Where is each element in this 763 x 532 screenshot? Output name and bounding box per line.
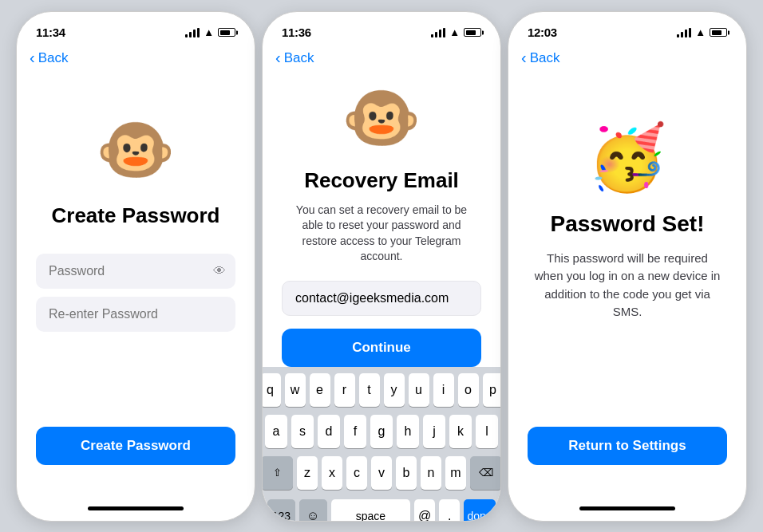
key-n[interactable]: n (421, 456, 441, 490)
wifi-icon-2: ▲ (449, 26, 460, 38)
create-password-content: 🐵 Create Password 👁 Create Password (17, 73, 255, 497)
phone-recovery-email: 11:36 ▲ ‹ Back 🐵 Recov (262, 11, 501, 522)
key-k[interactable]: k (449, 415, 472, 448)
back-label-2: Back (284, 50, 314, 66)
key-p[interactable]: p (483, 373, 502, 407)
recovery-email-content: 🐵 Recovery Email You can set a recovery … (263, 73, 500, 367)
key-e[interactable]: e (310, 373, 330, 407)
key-done[interactable]: done (464, 499, 496, 522)
password-set-desc: This password will be required when you … (528, 250, 727, 321)
eye-icon[interactable]: 👁 (213, 264, 226, 278)
signal-icon-3 (677, 28, 691, 37)
status-icons-1: ▲ (185, 26, 235, 38)
key-space[interactable]: space (331, 499, 411, 522)
battery-icon-3 (710, 28, 727, 37)
password-input[interactable] (36, 254, 235, 289)
key-m[interactable]: m (445, 456, 466, 490)
nav-bar-3: ‹ Back (508, 47, 746, 73)
wifi-icon-1: ▲ (204, 26, 214, 38)
key-y[interactable]: y (384, 373, 405, 407)
key-i[interactable]: i (433, 373, 454, 407)
home-bar-3 (579, 506, 675, 510)
key-x[interactable]: x (322, 456, 342, 490)
time-1: 11:34 (36, 26, 65, 39)
key-q[interactable]: q (262, 373, 281, 407)
back-label-1: Back (38, 50, 69, 66)
home-indicator-3 (508, 497, 746, 521)
create-password-title: Create Password (52, 203, 220, 228)
wifi-icon-3: ▲ (695, 26, 706, 38)
reenter-password-input[interactable] (36, 297, 235, 332)
time-3: 12:03 (528, 26, 557, 39)
key-w[interactable]: w (285, 373, 306, 407)
key-o[interactable]: o (458, 373, 479, 407)
back-button-3[interactable]: ‹ Back (521, 50, 733, 66)
create-password-button[interactable]: Create Password (36, 427, 235, 465)
password-input-wrapper[interactable]: 👁 (36, 254, 235, 289)
monkey-emoji-1: 🐵 (96, 112, 176, 187)
phones-container: 11:34 ▲ ‹ Back 🐵 Creat (8, 3, 755, 530)
nav-bar-1: ‹ Back (17, 47, 255, 73)
key-shift[interactable]: ⇧ (262, 456, 293, 490)
key-u[interactable]: u (409, 373, 429, 407)
key-b[interactable]: b (396, 456, 417, 490)
return-to-settings-button[interactable]: Return to Settings (528, 427, 727, 465)
key-h[interactable]: h (397, 415, 419, 448)
keyboard: q w e r t y u i o p a s d f g h j k l (263, 367, 500, 522)
signal-icon-1 (185, 28, 200, 37)
key-t[interactable]: t (359, 373, 380, 407)
battery-icon-1 (218, 28, 235, 37)
status-icons-3: ▲ (677, 26, 727, 38)
status-bar-3: 12:03 ▲ (508, 12, 746, 47)
home-bar-1 (88, 506, 184, 510)
email-input-wrapper[interactable] (282, 281, 481, 316)
monkey-emoji-2: 🐵 (342, 81, 421, 156)
key-backspace[interactable]: ⌫ (470, 456, 501, 490)
key-a[interactable]: a (265, 415, 287, 448)
key-f[interactable]: f (344, 415, 366, 448)
status-icons-2: ▲ (431, 26, 481, 38)
password-set-content: 🥳 Password Set! This password will be re… (508, 73, 746, 497)
status-bar-2: 11:36 ▲ (263, 12, 500, 47)
key-j[interactable]: j (423, 415, 445, 448)
nav-bar-2: ‹ Back (263, 47, 500, 73)
phone-password-set: 12:03 ▲ ‹ Back 🥳 Passw (508, 11, 747, 522)
recovery-email-desc: You can set a recovery email to be able … (282, 203, 481, 265)
back-button-1[interactable]: ‹ Back (30, 50, 242, 66)
keyboard-row-1: q w e r t y u i o p (265, 373, 498, 407)
signal-icon-2 (431, 28, 445, 37)
continue-button[interactable]: Continue (282, 329, 481, 367)
phone-create-password: 11:34 ▲ ‹ Back 🐵 Creat (16, 11, 255, 522)
back-chevron-2: ‹ (275, 49, 281, 65)
key-l[interactable]: l (476, 415, 498, 448)
back-button-2[interactable]: ‹ Back (275, 50, 488, 66)
time-2: 11:36 (282, 26, 311, 39)
key-v[interactable]: v (371, 456, 392, 490)
key-123[interactable]: 123 (267, 499, 295, 522)
keyboard-row-2: a s d f g h j k l (265, 415, 498, 448)
home-indicator-1 (17, 497, 255, 521)
keyboard-row-3: ⇧ z x c v b n m ⌫ (265, 456, 498, 490)
key-dot[interactable]: . (439, 499, 460, 522)
key-emoji[interactable]: ☺ (299, 499, 327, 522)
battery-icon-2 (464, 28, 481, 37)
password-set-title: Password Set! (551, 211, 705, 237)
key-g[interactable]: g (370, 415, 393, 448)
reenter-password-wrapper[interactable] (36, 297, 235, 332)
status-bar-1: 11:34 ▲ (17, 12, 255, 47)
key-r[interactable]: r (334, 373, 355, 407)
back-chevron-1: ‹ (30, 49, 35, 65)
back-label-3: Back (530, 50, 560, 66)
email-input[interactable] (295, 291, 468, 305)
key-d[interactable]: d (318, 415, 340, 448)
key-z[interactable]: z (297, 456, 318, 490)
key-c[interactable]: c (346, 456, 367, 490)
keyboard-bottom-row: 123 ☺ space @ . done (265, 498, 498, 522)
key-s[interactable]: s (291, 415, 314, 448)
back-chevron-3: ‹ (521, 49, 527, 65)
party-emoji: 🥳 (587, 120, 667, 195)
recovery-email-title: Recovery Email (304, 168, 459, 193)
key-at[interactable]: @ (414, 499, 435, 522)
